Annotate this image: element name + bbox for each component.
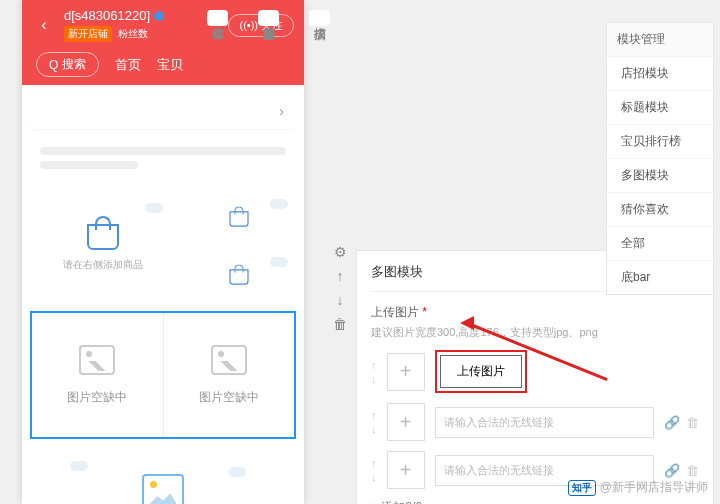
move-down-icon[interactable]: ↓ [371,373,377,385]
cloud-icon [270,199,288,209]
mod-item[interactable]: 多图模块 [607,158,713,192]
multi-image-module-selected[interactable]: 图片空缺中 图片空缺中 [30,311,296,439]
arrow-up-icon[interactable]: ↑ [337,268,344,284]
add-image-box[interactable]: + [387,451,425,489]
upload-row-1: ↑↓ + 上传图片 [371,350,699,393]
link-icon[interactable]: 🔗 [664,463,680,478]
search-icon: Q [49,58,58,72]
placeholder-text: 图片空缺中 [199,389,259,406]
panel-title: 多图模块 [371,263,423,281]
image-placeholder-icon [142,474,184,504]
new-shop-badge: 新开店铺 [64,26,112,42]
module-anchor-strip: 店招模块 标题模块宝贝排行榜 猜你喜欢 [310,0,330,26]
move-up-icon[interactable]: ↑ [371,457,377,469]
upload-label: 上传图片 [371,305,419,319]
cloud-icon [145,203,163,213]
bag-icon [87,224,119,250]
link-icon[interactable]: 🔗 [664,415,680,430]
product-module[interactable]: 请在右侧添加商品 [30,193,296,303]
move-down-icon[interactable]: ↓ [371,471,377,483]
anchor-title-rank[interactable]: 标题模块宝贝排行榜 [258,10,279,26]
add-product-hint: 请在右侧添加商品 [63,258,143,272]
move-down-icon[interactable]: ↓ [371,423,377,435]
upload-hint: 建议图片宽度300,高度176，支持类型jpg、png [371,325,699,340]
bag-icon [230,211,249,227]
back-icon[interactable]: ‹ [32,13,56,37]
trash-icon[interactable]: 🗑 [686,415,699,430]
verify-icon [154,11,164,21]
mod-item[interactable]: 店招模块 [607,56,713,90]
cloud-icon [228,467,246,477]
link-row-1: ↑↓ + 请输入合法的无线链接 🔗🗑 [371,403,699,441]
shop-title: d[s483061220] [64,8,150,23]
add-image-box[interactable]: + [387,403,425,441]
expand-row[interactable]: › [30,93,296,129]
anchor-guess[interactable]: 猜你喜欢 [207,10,228,26]
move-up-icon[interactable]: ↑ [371,409,377,421]
watermark: 知乎 @新手网店指导讲师 [568,479,708,496]
nav-items[interactable]: 宝贝 [157,56,183,74]
module-manager-panel: 模块管理 店招模块 标题模块 宝贝排行榜 多图模块 猜你喜欢 全部 底bar [606,22,714,295]
skeleton-block [30,137,296,185]
bag-icon [230,269,249,285]
add-more-row[interactable]: + 添加3/6 [371,499,699,504]
mod-item[interactable]: 猜你喜欢 [607,192,713,226]
module-manager-title: 模块管理 [607,23,713,56]
chevron-right-icon: › [279,103,284,119]
mod-item[interactable]: 全部 [607,226,713,260]
trash-icon[interactable]: 🗑 [686,463,699,478]
gear-icon[interactable]: ⚙ [334,244,347,260]
image-module[interactable] [30,447,296,504]
module-toolbar: ⚙ ↑ ↓ 🗑 [332,244,348,332]
image-placeholder-icon [211,345,247,375]
link-input[interactable]: 请输入合法的无线链接 [435,407,655,438]
search-button[interactable]: Q搜索 [36,52,99,77]
cloud-icon [70,461,88,471]
trash-icon[interactable]: 🗑 [333,316,347,332]
mod-item[interactable]: 宝贝排行榜 [607,124,713,158]
fans-label: 粉丝数 [118,27,148,41]
placeholder-text: 图片空缺中 [67,389,127,406]
cloud-icon [270,257,288,267]
wifi-icon: ((•)) [239,19,258,31]
highlight-box: 上传图片 [435,350,527,393]
arrow-down-icon[interactable]: ↓ [337,292,344,308]
image-placeholder-icon [79,345,115,375]
add-image-box[interactable]: + [387,353,425,391]
mod-item[interactable]: 底bar [607,260,713,294]
move-up-icon[interactable]: ↑ [371,359,377,371]
phone-preview: ‹ d[s483061220] 新开店铺粉丝数 ((•))关注 Q搜索 首页 宝… [22,0,304,504]
upload-image-button[interactable]: 上传图片 [440,355,522,388]
nav-home[interactable]: 首页 [115,56,141,74]
mod-item[interactable]: 标题模块 [607,90,713,124]
anchor-shop-sign[interactable]: 店招模块 [309,10,330,26]
zhihu-logo: 知乎 [568,480,596,496]
